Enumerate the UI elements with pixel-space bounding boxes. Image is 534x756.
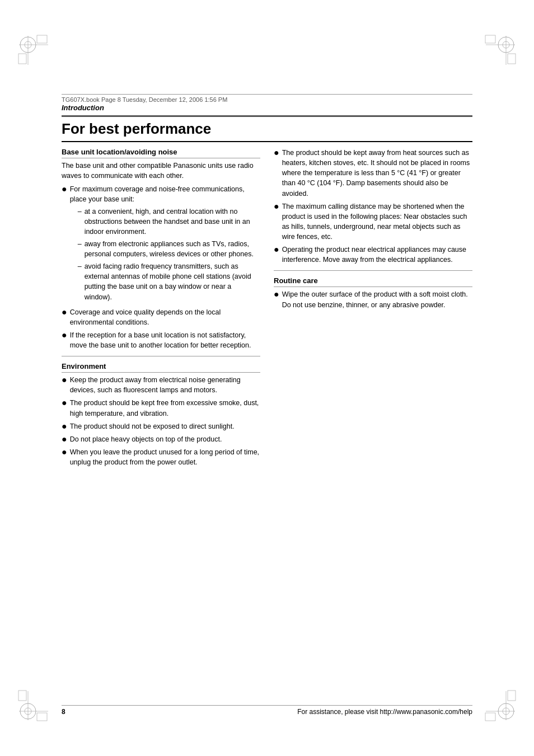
list-item-text: Do not place heavy objects on top of the… [70, 434, 222, 444]
bullet-icon: ● [274, 245, 279, 255]
sub-list-item: at a convenient, high, and central locat… [78, 206, 260, 237]
svg-rect-31 [508, 691, 516, 701]
corner-mark-br [484, 689, 517, 722]
right-column: ● The product should be kept away from h… [274, 148, 472, 472]
footer: 8 For assistance, please visit http://ww… [62, 705, 472, 716]
bullet-icon: ● [62, 434, 67, 444]
corner-mark-tl [17, 34, 50, 67]
bullet-icon: ● [62, 447, 67, 457]
list-item: ● Operating the product near electrical … [274, 245, 472, 265]
list-item: ● The product should not be exposed to d… [62, 421, 260, 431]
section-divider [62, 356, 260, 356]
sub-list: at a convenient, high, and central locat… [70, 206, 260, 302]
list-item: ● If the reception for a base unit locat… [62, 330, 260, 350]
list-item-text: Operating the product near electrical ap… [282, 245, 472, 265]
bullet-icon: ● [274, 201, 279, 212]
svg-rect-7 [18, 54, 26, 64]
header-bar-text: TG607X.book Page 8 Tuesday, December 12,… [62, 96, 227, 103]
bullet-icon: ● [274, 289, 279, 299]
svg-rect-14 [485, 35, 495, 43]
corner-mark-tr [484, 34, 517, 67]
page: TG607X.book Page 8 Tuesday, December 12,… [0, 0, 534, 756]
bullet-icon: ● [274, 148, 279, 158]
sub-list-item-text: avoid facing radio frequency transmitter… [85, 261, 260, 302]
list-item: ● When you leave the product unused for … [62, 447, 260, 467]
routine-care-title: Routine care [274, 276, 472, 287]
two-column-layout: Base unit location/avoiding noise The ba… [62, 148, 472, 472]
sub-list-item-text: away from electronic appliances such as … [85, 239, 260, 259]
list-item: ● The product should be kept free from e… [62, 398, 260, 418]
list-item: ● The maximum calling distance may be sh… [274, 201, 472, 242]
page-title: For best performance [62, 115, 472, 142]
bullet-icon: ● [62, 421, 67, 431]
sub-list-item-text: at a convenient, high, and central locat… [85, 206, 260, 237]
bullet-icon: ● [62, 398, 67, 408]
heat-bullets: ● The product should be kept away from h… [274, 148, 472, 265]
list-item: ● The product should be kept away from h… [274, 148, 472, 199]
footer-page-number: 8 [62, 708, 65, 716]
svg-rect-6 [37, 35, 47, 43]
list-item-text: When you leave the product unused for a … [70, 447, 260, 467]
footer-assistance-text: For assistance, please visit http://www.… [297, 708, 472, 716]
list-item: ● Keep the product away from electrical … [62, 375, 260, 395]
routine-care-section: Routine care ● Wipe the outer surface of… [274, 276, 472, 309]
environment-bullets: ● Keep the product away from electrical … [62, 375, 260, 467]
list-item: ● For maximum coverage and noise-free co… [62, 184, 260, 304]
svg-rect-23 [18, 691, 26, 701]
base-unit-title: Base unit location/avoiding noise [62, 148, 260, 158]
bullet-icon: ● [62, 330, 67, 340]
main-content: Introduction For best performance Base u… [62, 104, 472, 700]
section-divider-right [274, 270, 472, 271]
base-unit-section: Base unit location/avoiding noise The ba… [62, 148, 260, 350]
sub-list-item: away from electronic appliances such as … [78, 239, 260, 259]
list-item: ● Do not place heavy objects on top of t… [62, 434, 260, 444]
list-item: ● Wipe the outer surface of the product … [274, 289, 472, 309]
svg-rect-30 [485, 713, 495, 721]
environment-section: Environment ● Keep the product away from… [62, 362, 260, 467]
left-column: Base unit location/avoiding noise The ba… [62, 148, 260, 472]
list-item-text: Coverage and voice quality depends on th… [70, 307, 260, 327]
list-item-text: The product should be kept away from hea… [282, 148, 472, 199]
corner-mark-bl [17, 689, 50, 722]
list-item-text: The maximum calling distance may be shor… [282, 201, 472, 242]
list-item-text: The product should not be exposed to dir… [70, 421, 235, 431]
section-label: Introduction [62, 104, 472, 112]
heat-sources-section: ● The product should be kept away from h… [274, 148, 472, 265]
list-item: ● Coverage and voice quality depends on … [62, 307, 260, 327]
bullet-icon: ● [62, 307, 67, 317]
list-item-text: The product should be kept free from exc… [70, 398, 260, 418]
base-unit-bullets: ● For maximum coverage and noise-free co… [62, 184, 260, 350]
svg-rect-22 [37, 713, 47, 721]
routine-care-bullets: ● Wipe the outer surface of the product … [274, 289, 472, 309]
sub-list-item: avoid facing radio frequency transmitter… [78, 261, 260, 302]
header-bar: TG607X.book Page 8 Tuesday, December 12,… [62, 94, 472, 103]
svg-rect-15 [508, 54, 516, 64]
environment-title: Environment [62, 362, 260, 373]
list-item-text: For maximum coverage and noise-free comm… [70, 184, 260, 304]
base-unit-intro: The base unit and other compatible Panas… [62, 161, 260, 181]
bullet-icon: ● [62, 184, 67, 194]
list-item-text: If the reception for a base unit locatio… [70, 330, 260, 350]
list-item-text: Wipe the outer surface of the product wi… [282, 289, 472, 309]
list-item-text: Keep the product away from electrical no… [70, 375, 260, 395]
bullet-icon: ● [62, 375, 67, 385]
